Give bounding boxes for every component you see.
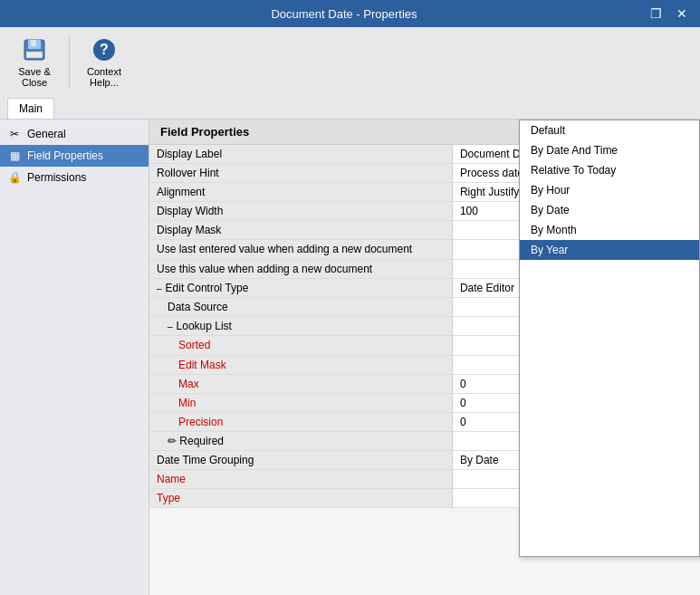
edit-control-type-key: –Edit Control Type: [149, 278, 452, 297]
content-wrapper: Field Properties Display Label Document …: [149, 120, 700, 595]
ribbon-separator: [69, 34, 70, 89]
restore-button[interactable]: ❐: [645, 5, 667, 23]
save-icon: [20, 35, 49, 64]
dropdown-option-by-date[interactable]: By Date: [520, 200, 699, 220]
content-area: Field Properties Display Label Document …: [149, 120, 700, 595]
ribbon-main-tab[interactable]: Main: [7, 98, 54, 119]
rollover-hint-key: Rollover Hint: [149, 164, 452, 183]
svg-rect-3: [26, 52, 43, 58]
use-this-value-key: Use this value when adding a new documen…: [149, 259, 452, 278]
expand-icon[interactable]: –: [157, 283, 162, 293]
svg-text:?: ?: [100, 42, 109, 57]
alignment-key: Alignment: [149, 183, 452, 202]
title-bar-controls: ❐ ✕: [645, 5, 693, 23]
sidebar-item-field-properties[interactable]: ▦ Field Properties: [0, 145, 149, 167]
dropdown-option-by-month[interactable]: By Month: [520, 220, 699, 240]
expand-icon-lookup[interactable]: –: [168, 321, 173, 331]
title-bar: Document Date - Properties ❐ ✕: [0, 0, 700, 27]
sidebar-item-general[interactable]: ✂ General: [0, 123, 149, 145]
window-title: Document Date - Properties: [43, 7, 645, 21]
dropdown-option-by-date-and-time[interactable]: By Date And Time: [520, 140, 699, 160]
ribbon: Save &Close ? ContextHelp... Main: [0, 27, 700, 120]
display-label-key: Display Label: [149, 145, 452, 164]
min-key: Min: [149, 393, 452, 412]
date-time-grouping-key: Date Time Grouping: [149, 451, 452, 470]
required-key: ✏ Required: [149, 431, 452, 451]
help-icon: ?: [90, 35, 119, 64]
permissions-icon: 🔒: [7, 170, 22, 185]
data-source-key: Data Source: [149, 297, 452, 316]
max-key: Max: [149, 374, 452, 393]
dropdown-option-by-hour[interactable]: By Hour: [520, 180, 699, 200]
context-help-label: ContextHelp...: [87, 66, 121, 88]
sidebar-item-permissions[interactable]: 🔒 Permissions: [0, 167, 149, 188]
save-close-button[interactable]: Save &Close: [7, 31, 62, 92]
context-help-button[interactable]: ? ContextHelp...: [77, 31, 131, 92]
pencil-icon: ✏: [168, 435, 177, 447]
dropdown-option-relative-to-today[interactable]: Relative To Today: [520, 160, 699, 180]
svg-rect-2: [31, 40, 36, 46]
save-close-label: Save &Close: [18, 66, 50, 88]
name-key: Name: [149, 470, 452, 489]
dropdown-popup: Default By Date And Time Relative To Tod…: [519, 120, 700, 557]
precision-key: Precision: [149, 412, 452, 431]
dropdown-option-by-year[interactable]: By Year: [520, 240, 699, 260]
type-key: Type: [149, 489, 452, 508]
main-layout: ✂ General ▦ Field Properties 🔒 Permissio…: [0, 120, 700, 595]
edit-mask-key: Edit Mask: [149, 355, 452, 374]
sorted-key: Sorted: [149, 335, 452, 355]
sidebar-item-permissions-label: Permissions: [27, 171, 86, 184]
general-icon: ✂: [7, 127, 22, 141]
sidebar-item-field-properties-label: Field Properties: [27, 149, 103, 162]
sidebar: ✂ General ▦ Field Properties 🔒 Permissio…: [0, 120, 149, 595]
display-mask-key: Display Mask: [149, 221, 452, 240]
display-width-key: Display Width: [149, 202, 452, 221]
lookup-list-key: –Lookup List: [149, 316, 452, 335]
sidebar-item-general-label: General: [27, 128, 66, 140]
field-properties-icon: ▦: [7, 149, 22, 163]
ribbon-buttons: Save &Close ? ContextHelp...: [7, 31, 693, 96]
dropdown-option-default[interactable]: Default: [520, 120, 699, 140]
close-button[interactable]: ✕: [671, 5, 693, 23]
use-last-entered-key: Use last entered value when adding a new…: [149, 240, 452, 260]
